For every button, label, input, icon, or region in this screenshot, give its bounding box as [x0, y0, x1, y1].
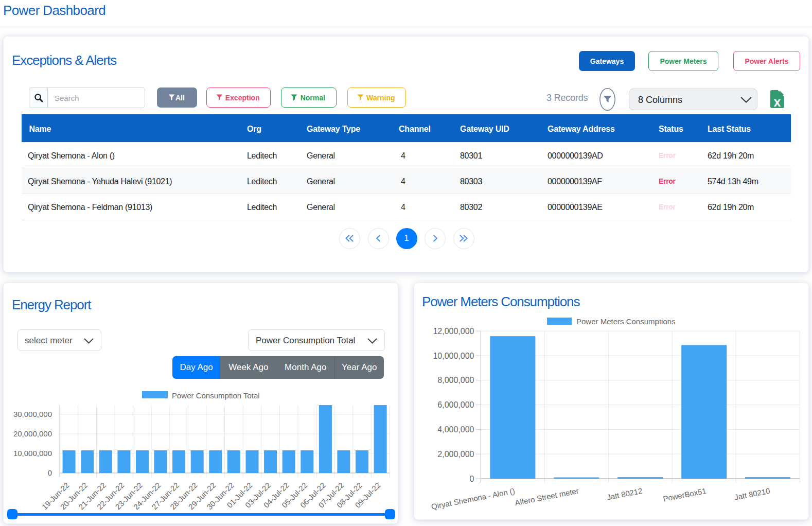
svg-text:8,000,000: 8,000,000 — [437, 376, 474, 384]
svg-text:4,000,000: 4,000,000 — [437, 425, 474, 434]
svg-text:6,000,000: 6,000,000 — [437, 400, 474, 409]
svg-text:Jatt 80212: Jatt 80212 — [606, 486, 643, 502]
svg-text:Alfero Street meter: Alfero Street meter — [514, 486, 579, 507]
svg-text:20,000,000: 20,000,000 — [13, 429, 52, 438]
svg-text:2,000,000: 2,000,000 — [437, 450, 474, 459]
svg-text:Qiryat Shemona - Alon (): Qiryat Shemona - Alon () — [431, 486, 516, 511]
svg-text:x: x — [773, 95, 781, 109]
svg-text:10,000,000: 10,000,000 — [433, 352, 474, 360]
svg-text:0: 0 — [470, 475, 474, 483]
svg-text:PowerBox51: PowerBox51 — [662, 486, 707, 503]
svg-text:Jatt 80210: Jatt 80210 — [734, 486, 771, 502]
svg-text:0: 0 — [48, 468, 52, 477]
svg-text:12,000,000: 12,000,000 — [433, 327, 474, 336]
svg-text:30,000,000: 30,000,000 — [13, 410, 52, 418]
svg-text:10,000,000: 10,000,000 — [13, 449, 52, 458]
